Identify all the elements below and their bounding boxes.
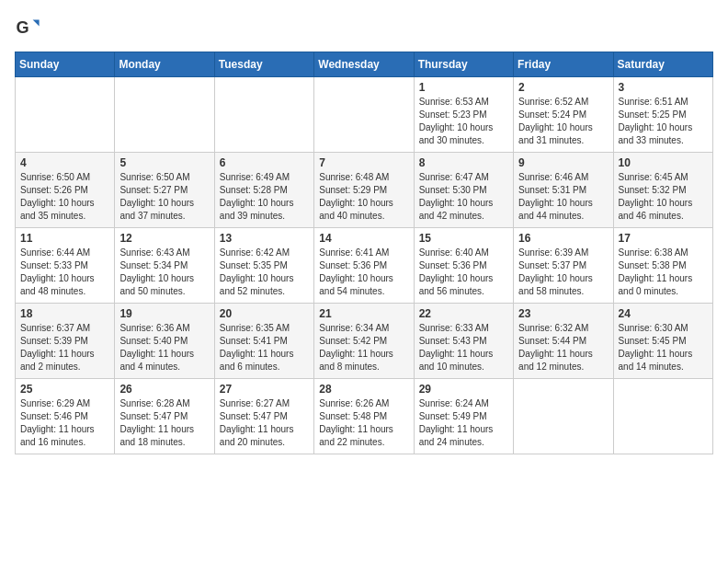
calendar-cell: 6Sunrise: 6:49 AM Sunset: 5:28 PM Daylig…: [214, 153, 313, 228]
calendar-cell: [613, 379, 712, 454]
calendar-cell: 1Sunrise: 6:53 AM Sunset: 5:23 PM Daylig…: [414, 77, 513, 153]
logo-icon: G: [15, 15, 40, 40]
header-cell-thursday: Thursday: [414, 52, 513, 77]
calendar-week-1: 4Sunrise: 6:50 AM Sunset: 5:26 PM Daylig…: [16, 153, 713, 228]
day-number: 6: [220, 156, 309, 169]
cell-text: Sunrise: 6:47 AM Sunset: 5:30 PM Dayligh…: [419, 171, 508, 223]
logo: G: [15, 15, 44, 40]
cell-text: Sunrise: 6:37 AM Sunset: 5:39 PM Dayligh…: [20, 322, 109, 373]
cell-text: Sunrise: 6:50 AM Sunset: 5:27 PM Dayligh…: [119, 171, 209, 223]
cell-text: Sunrise: 6:38 AM Sunset: 5:38 PM Dayligh…: [619, 247, 708, 298]
day-number: 8: [419, 156, 508, 169]
day-number: 2: [518, 81, 608, 94]
day-number: 13: [220, 232, 309, 245]
cell-text: Sunrise: 6:44 AM Sunset: 5:33 PM Dayligh…: [20, 247, 109, 298]
calendar-cell: 25Sunrise: 6:29 AM Sunset: 5:46 PM Dayli…: [16, 379, 115, 454]
calendar-cell: 7Sunrise: 6:48 AM Sunset: 5:29 PM Daylig…: [314, 153, 414, 228]
calendar-cell: 3Sunrise: 6:51 AM Sunset: 5:25 PM Daylig…: [613, 77, 712, 153]
calendar-cell: 21Sunrise: 6:34 AM Sunset: 5:42 PM Dayli…: [314, 304, 414, 379]
cell-text: Sunrise: 6:24 AM Sunset: 5:49 PM Dayligh…: [419, 397, 508, 449]
cell-text: Sunrise: 6:48 AM Sunset: 5:29 PM Dayligh…: [319, 171, 408, 223]
calendar-cell: [115, 77, 214, 153]
calendar-cell: 5Sunrise: 6:50 AM Sunset: 5:27 PM Daylig…: [115, 153, 214, 228]
cell-text: Sunrise: 6:30 AM Sunset: 5:45 PM Dayligh…: [619, 322, 708, 373]
calendar-week-2: 11Sunrise: 6:44 AM Sunset: 5:33 PM Dayli…: [16, 228, 713, 304]
header-row: SundayMondayTuesdayWednesdayThursdayFrid…: [16, 52, 713, 77]
cell-text: Sunrise: 6:33 AM Sunset: 5:43 PM Dayligh…: [419, 322, 508, 373]
calendar-cell: 28Sunrise: 6:26 AM Sunset: 5:48 PM Dayli…: [314, 379, 414, 454]
cell-text: Sunrise: 6:53 AM Sunset: 5:23 PM Dayligh…: [419, 96, 508, 147]
day-number: 24: [619, 307, 708, 320]
day-number: 7: [319, 156, 408, 169]
day-number: 28: [319, 383, 408, 396]
day-number: 5: [119, 156, 209, 169]
cell-text: Sunrise: 6:35 AM Sunset: 5:41 PM Dayligh…: [220, 322, 309, 373]
cell-text: Sunrise: 6:39 AM Sunset: 5:37 PM Dayligh…: [518, 247, 608, 298]
day-number: 18: [20, 307, 109, 320]
calendar-table: SundayMondayTuesdayWednesdayThursdayFrid…: [15, 52, 713, 454]
calendar-cell: 29Sunrise: 6:24 AM Sunset: 5:49 PM Dayli…: [414, 379, 513, 454]
calendar-cell: [16, 77, 115, 153]
calendar-cell: 13Sunrise: 6:42 AM Sunset: 5:35 PM Dayli…: [214, 228, 313, 304]
calendar-cell: 8Sunrise: 6:47 AM Sunset: 5:30 PM Daylig…: [414, 153, 513, 228]
day-number: 23: [518, 307, 608, 320]
cell-text: Sunrise: 6:40 AM Sunset: 5:36 PM Dayligh…: [419, 247, 508, 298]
day-number: 16: [518, 232, 608, 245]
calendar-cell: 15Sunrise: 6:40 AM Sunset: 5:36 PM Dayli…: [414, 228, 513, 304]
header-cell-friday: Friday: [514, 52, 613, 77]
day-number: 27: [220, 383, 309, 396]
calendar-cell: 23Sunrise: 6:32 AM Sunset: 5:44 PM Dayli…: [514, 304, 613, 379]
cell-text: Sunrise: 6:51 AM Sunset: 5:25 PM Dayligh…: [619, 96, 708, 147]
cell-text: Sunrise: 6:36 AM Sunset: 5:40 PM Dayligh…: [119, 322, 209, 373]
calendar-cell: 27Sunrise: 6:27 AM Sunset: 5:47 PM Dayli…: [214, 379, 313, 454]
calendar-cell: [214, 77, 313, 153]
calendar-cell: [514, 379, 613, 454]
calendar-cell: 18Sunrise: 6:37 AM Sunset: 5:39 PM Dayli…: [16, 304, 115, 379]
day-number: 22: [419, 307, 508, 320]
calendar-cell: 22Sunrise: 6:33 AM Sunset: 5:43 PM Dayli…: [414, 304, 513, 379]
day-number: 19: [119, 307, 209, 320]
cell-text: Sunrise: 6:29 AM Sunset: 5:46 PM Dayligh…: [20, 397, 109, 449]
header-cell-tuesday: Tuesday: [214, 52, 313, 77]
calendar-cell: 16Sunrise: 6:39 AM Sunset: 5:37 PM Dayli…: [514, 228, 613, 304]
cell-text: Sunrise: 6:41 AM Sunset: 5:36 PM Dayligh…: [319, 247, 408, 298]
day-number: 29: [419, 383, 508, 396]
day-number: 25: [20, 383, 109, 396]
header-cell-saturday: Saturday: [613, 52, 712, 77]
calendar-week-4: 25Sunrise: 6:29 AM Sunset: 5:46 PM Dayli…: [16, 379, 713, 454]
cell-text: Sunrise: 6:45 AM Sunset: 5:32 PM Dayligh…: [619, 171, 708, 223]
calendar-cell: 26Sunrise: 6:28 AM Sunset: 5:47 PM Dayli…: [115, 379, 214, 454]
day-number: 10: [619, 156, 708, 169]
calendar-header: SundayMondayTuesdayWednesdayThursdayFrid…: [16, 52, 713, 77]
day-number: 4: [20, 156, 109, 169]
calendar-cell: 9Sunrise: 6:46 AM Sunset: 5:31 PM Daylig…: [514, 153, 613, 228]
day-number: 14: [319, 232, 408, 245]
calendar-body: 1Sunrise: 6:53 AM Sunset: 5:23 PM Daylig…: [16, 77, 713, 454]
day-number: 20: [220, 307, 309, 320]
calendar-week-3: 18Sunrise: 6:37 AM Sunset: 5:39 PM Dayli…: [16, 304, 713, 379]
day-number: 9: [518, 156, 608, 169]
cell-text: Sunrise: 6:42 AM Sunset: 5:35 PM Dayligh…: [220, 247, 309, 298]
day-number: 17: [619, 232, 708, 245]
cell-text: Sunrise: 6:34 AM Sunset: 5:42 PM Dayligh…: [319, 322, 408, 373]
header-cell-monday: Monday: [115, 52, 214, 77]
day-number: 1: [419, 81, 508, 94]
calendar-cell: 19Sunrise: 6:36 AM Sunset: 5:40 PM Dayli…: [115, 304, 214, 379]
cell-text: Sunrise: 6:43 AM Sunset: 5:34 PM Dayligh…: [119, 247, 209, 298]
day-number: 21: [319, 307, 408, 320]
page: G SundayMondayTuesdayWednesdayThursdayFr…: [0, 0, 728, 464]
cell-text: Sunrise: 6:27 AM Sunset: 5:47 PM Dayligh…: [220, 397, 309, 449]
calendar-cell: 4Sunrise: 6:50 AM Sunset: 5:26 PM Daylig…: [16, 153, 115, 228]
cell-text: Sunrise: 6:32 AM Sunset: 5:44 PM Dayligh…: [518, 322, 608, 373]
cell-text: Sunrise: 6:50 AM Sunset: 5:26 PM Dayligh…: [20, 171, 109, 223]
calendar-cell: 10Sunrise: 6:45 AM Sunset: 5:32 PM Dayli…: [613, 153, 712, 228]
day-number: 3: [619, 81, 708, 94]
header-cell-sunday: Sunday: [16, 52, 115, 77]
calendar-cell: 2Sunrise: 6:52 AM Sunset: 5:24 PM Daylig…: [514, 77, 613, 153]
cell-text: Sunrise: 6:49 AM Sunset: 5:28 PM Dayligh…: [220, 171, 309, 223]
calendar-cell: [314, 77, 414, 153]
svg-marker-1: [33, 20, 40, 27]
calendar-cell: 17Sunrise: 6:38 AM Sunset: 5:38 PM Dayli…: [613, 228, 712, 304]
calendar-cell: 24Sunrise: 6:30 AM Sunset: 5:45 PM Dayli…: [613, 304, 712, 379]
day-number: 12: [119, 232, 209, 245]
